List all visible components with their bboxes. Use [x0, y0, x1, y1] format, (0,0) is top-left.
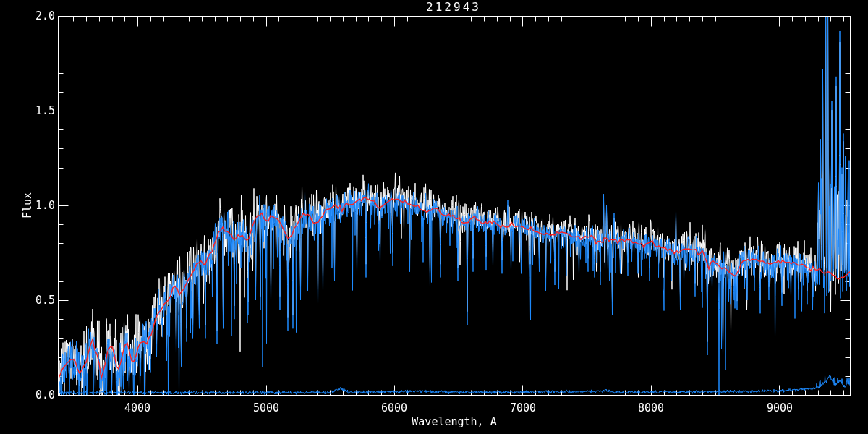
y-tick-label-1_5: 1.5 — [17, 105, 55, 116]
x-tick-label-5000: 5000 — [237, 402, 295, 414]
x-tick-label-4000: 4000 — [109, 402, 166, 414]
spectrum-plot-window: 212943 2.0 1.5 1.0 0.5 0.0 Flux 4000 500… — [0, 0, 868, 434]
y-axis-label: Flux — [22, 192, 33, 218]
y-tick-label-2_0: 2.0 — [17, 10, 55, 22]
spectrum-plot-canvas — [0, 0, 868, 434]
y-tick-label-0_5: 0.5 — [17, 294, 55, 306]
x-tick-label-7000: 7000 — [494, 402, 552, 414]
x-tick-label-6000: 6000 — [365, 402, 423, 414]
x-tick-label-8000: 8000 — [622, 402, 680, 414]
y-tick-label-0_0: 0.0 — [17, 389, 55, 401]
x-axis-label: Wavelength, A — [375, 416, 534, 427]
x-tick-label-9000: 9000 — [751, 402, 809, 414]
plot-title: 212943 — [381, 1, 526, 13]
